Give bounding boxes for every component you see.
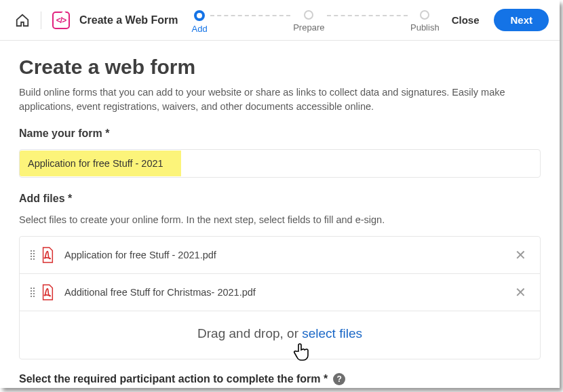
divider — [41, 12, 41, 29]
pdf-icon — [40, 246, 55, 264]
drag-handle-icon[interactable] — [31, 250, 32, 260]
name-input-container[interactable] — [19, 149, 541, 178]
add-files-help: Select files to create your online form.… — [19, 214, 541, 225]
step-connector — [210, 15, 291, 16]
select-files-link[interactable]: select files — [302, 326, 362, 340]
name-field-label: Name your form * — [19, 128, 541, 140]
cursor-hand-icon — [292, 342, 310, 365]
files-list: Application for free Stuff - 2021.pdf ✕ … — [19, 236, 541, 359]
participant-action-label: Select the required participant action t… — [19, 373, 541, 385]
page-title: Create a web form — [19, 56, 541, 79]
file-name: Application for free Stuff - 2021.pdf — [64, 250, 512, 260]
web-form-icon: </> — [52, 12, 70, 29]
drop-zone[interactable]: Drag and drop, or select files — [20, 311, 540, 359]
step-circle-icon — [194, 10, 205, 21]
step-circle-icon — [304, 10, 313, 20]
step-label: Publish — [410, 22, 440, 33]
next-button[interactable]: Next — [494, 9, 549, 31]
step-connector — [327, 15, 408, 16]
home-icon[interactable] — [15, 13, 30, 28]
drag-handle-icon[interactable] — [31, 288, 32, 297]
form-name-input[interactable] — [20, 151, 181, 176]
step-prepare[interactable]: Prepare — [293, 10, 324, 33]
header-title: Create a Web Form — [79, 14, 178, 26]
file-row: Application for free Stuff - 2021.pdf ✕ — [20, 237, 540, 274]
file-row: Additional free Stuff for Christmas- 202… — [20, 274, 540, 311]
pdf-icon — [40, 283, 55, 301]
main-content: Create a web form Build online forms tha… — [0, 41, 560, 385]
app-header: </> Create a Web Form Add Prepare Publis… — [0, 0, 560, 41]
step-publish[interactable]: Publish — [410, 10, 440, 33]
file-name: Additional free Stuff for Christmas- 202… — [64, 287, 512, 298]
step-circle-icon — [420, 10, 429, 20]
drop-text: Drag and drop, or — [197, 326, 302, 340]
remove-file-icon[interactable]: ✕ — [512, 286, 529, 299]
progress-stepper: Add Prepare Publish — [192, 10, 440, 34]
help-icon[interactable]: ? — [333, 373, 345, 385]
page-description: Build online forms that you can add to y… — [19, 85, 541, 114]
step-label: Prepare — [293, 22, 324, 33]
remove-file-icon[interactable]: ✕ — [512, 248, 529, 262]
participant-action-text: Select the required participant action t… — [19, 373, 328, 385]
step-add[interactable]: Add — [192, 10, 208, 34]
close-button[interactable]: Close — [452, 14, 480, 26]
add-files-label: Add files * — [19, 193, 541, 205]
step-label: Add — [192, 24, 208, 34]
